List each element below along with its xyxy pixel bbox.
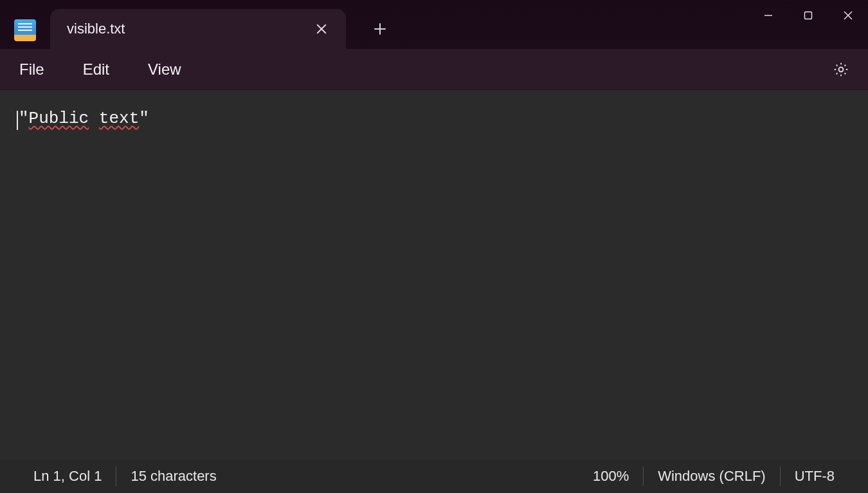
- window-controls: [748, 0, 868, 31]
- maximize-button[interactable]: [788, 0, 828, 31]
- new-tab-button[interactable]: [365, 14, 395, 44]
- text-cursor: [17, 111, 18, 130]
- tab-active[interactable]: visible.txt: [50, 9, 346, 49]
- menu-file[interactable]: File: [14, 57, 50, 82]
- minimize-button[interactable]: [748, 0, 788, 31]
- status-encoding[interactable]: UTF-8: [781, 465, 849, 488]
- status-char-count[interactable]: 15 characters: [116, 465, 230, 488]
- status-zoom[interactable]: 100%: [579, 465, 643, 488]
- close-window-button[interactable]: [828, 0, 868, 31]
- gear-icon[interactable]: [828, 57, 854, 82]
- svg-rect-5: [805, 12, 812, 19]
- text-editor-area[interactable]: "Public text": [0, 90, 868, 460]
- editor-content: "Public text": [19, 108, 149, 130]
- status-position[interactable]: Ln 1, Col 1: [19, 465, 116, 488]
- menubar: File Edit View: [0, 49, 868, 90]
- tab-title: visible.txt: [67, 21, 310, 37]
- menu-edit[interactable]: Edit: [78, 57, 114, 82]
- statusbar: Ln 1, Col 1 15 characters 100% Windows (…: [0, 460, 868, 493]
- svg-point-8: [839, 67, 844, 71]
- titlebar: visible.txt: [0, 0, 868, 49]
- menu-view[interactable]: View: [143, 57, 186, 82]
- app-icon: [14, 19, 36, 41]
- status-line-ending[interactable]: Windows (CRLF): [644, 465, 779, 488]
- close-tab-icon[interactable]: [310, 17, 333, 41]
